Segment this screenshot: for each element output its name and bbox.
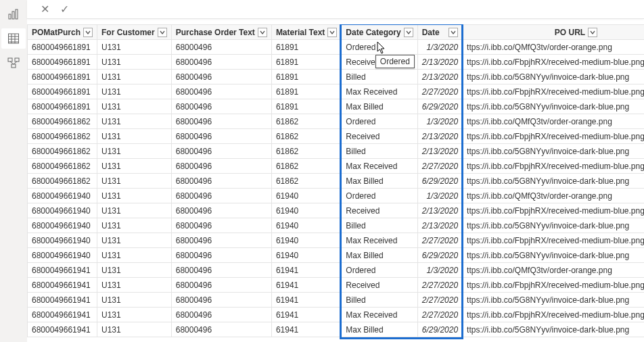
cell-po[interactable]: 68000496 xyxy=(171,233,271,248)
table-row[interactable]: 6800049661940U1316800049661940Received2/… xyxy=(28,203,645,218)
column-header-cust[interactable]: For Customer xyxy=(97,25,172,40)
cell-date[interactable]: 1/3/2020 xyxy=(417,40,462,55)
cell-url[interactable]: ttps://i.ibb.co/5G8NYyv/invoice-dark-blu… xyxy=(463,293,644,308)
filter-dropdown-button[interactable] xyxy=(448,28,458,37)
cell-pomat[interactable]: 6800049661940 xyxy=(28,248,97,263)
cell-pomat[interactable]: 6800049661940 xyxy=(28,203,97,218)
cell-cust[interactable]: U131 xyxy=(97,189,172,203)
column-header-po[interactable]: Purchase Order Text xyxy=(171,25,271,40)
cell-url[interactable]: ttps://i.ibb.co/FbpjhRX/received-medium-… xyxy=(463,55,644,70)
cell-cat[interactable]: Max Billed xyxy=(342,99,417,114)
cell-cat[interactable]: Ordered xyxy=(342,114,417,129)
table-row[interactable]: 6800049661862U1316800049661862Max Receiv… xyxy=(28,159,645,174)
cell-cat[interactable]: Ordered xyxy=(342,263,417,278)
cell-pomat[interactable]: 6800049661941 xyxy=(28,278,97,293)
cell-mat[interactable]: 61891 xyxy=(271,70,341,84)
cell-mat[interactable]: 61940 xyxy=(271,248,341,263)
cell-cust[interactable]: U131 xyxy=(97,322,172,337)
filter-dropdown-button[interactable] xyxy=(327,28,337,37)
cell-cat[interactable]: Billed xyxy=(342,144,417,159)
table-row[interactable]: 6800049661862U1316800049661862Ordered1/3… xyxy=(28,114,645,129)
cell-pomat[interactable]: 6800049661891 xyxy=(28,70,97,84)
data-view-button[interactable] xyxy=(1,28,26,49)
table-row[interactable]: 6800049661862U1316800049661862Billed2/13… xyxy=(28,144,645,159)
cell-mat[interactable]: 61941 xyxy=(271,322,341,337)
cell-mat[interactable]: 61940 xyxy=(271,218,341,233)
table-row[interactable]: 6800049661891U1316800049661891Max Receiv… xyxy=(28,84,645,99)
cell-po[interactable]: 68000496 xyxy=(171,40,271,55)
cell-pomat[interactable]: 6800049661862 xyxy=(28,114,97,129)
filter-dropdown-button[interactable] xyxy=(158,28,167,37)
cell-cust[interactable]: U131 xyxy=(97,129,172,144)
cell-cust[interactable]: U131 xyxy=(97,55,172,70)
cell-cat[interactable]: Max Received xyxy=(342,159,417,174)
cell-po[interactable]: 68000496 xyxy=(171,70,271,84)
filter-dropdown-button[interactable] xyxy=(258,28,267,37)
cell-mat[interactable]: 61941 xyxy=(271,293,341,308)
table-row[interactable]: 6800049661941U1316800049661941Received2/… xyxy=(28,278,645,293)
table-row[interactable]: 6800049661891U1316800049661891Max Billed… xyxy=(28,99,645,114)
cell-cust[interactable]: U131 xyxy=(97,40,172,55)
cell-url[interactable]: ttps://i.ibb.co/FbpjhRX/received-medium-… xyxy=(463,233,644,248)
cell-cat[interactable]: Billed xyxy=(342,218,417,233)
cell-date[interactable]: 2/27/2020 xyxy=(417,278,462,293)
table-row[interactable]: 6800049661941U1316800049661941Ordered1/3… xyxy=(28,263,645,278)
cell-po[interactable]: 68000496 xyxy=(171,278,271,293)
cell-cat[interactable]: Received xyxy=(342,203,417,218)
cell-po[interactable]: 68000496 xyxy=(171,99,271,114)
table-row[interactable]: 6800049661941U1316800049661941Billed2/27… xyxy=(28,293,645,308)
cell-url[interactable]: ttps://i.ibb.co/5G8NYyv/invoice-dark-blu… xyxy=(463,174,644,189)
cell-url[interactable]: ttps://i.ibb.co/5G8NYyv/invoice-dark-blu… xyxy=(463,144,644,159)
cell-pomat[interactable]: 6800049661940 xyxy=(28,189,97,203)
table-row[interactable]: 6800049661940U1316800049661940Billed2/13… xyxy=(28,218,645,233)
table-row[interactable]: 6800049661891U1316800049661891Received2/… xyxy=(28,55,645,70)
cell-date[interactable]: 2/13/2020 xyxy=(417,144,462,159)
cell-pomat[interactable]: 6800049661941 xyxy=(28,308,97,322)
column-header-cat[interactable]: Date Category xyxy=(342,25,417,40)
cell-pomat[interactable]: 6800049661862 xyxy=(28,129,97,144)
cell-mat[interactable]: 61862 xyxy=(271,129,341,144)
cell-pomat[interactable]: 6800049661891 xyxy=(28,55,97,70)
cell-mat[interactable]: 61862 xyxy=(271,159,341,174)
cell-date[interactable]: 2/27/2020 xyxy=(417,308,462,322)
cell-po[interactable]: 68000496 xyxy=(171,129,271,144)
model-view-button[interactable] xyxy=(1,53,26,73)
cell-cust[interactable]: U131 xyxy=(97,84,172,99)
cell-mat[interactable]: 61940 xyxy=(271,203,341,218)
cell-po[interactable]: 68000496 xyxy=(171,218,271,233)
cell-pomat[interactable]: 6800049661891 xyxy=(28,99,97,114)
cell-cat[interactable]: Max Received xyxy=(342,233,417,248)
cell-po[interactable]: 68000496 xyxy=(171,308,271,322)
cell-mat[interactable]: 61891 xyxy=(271,40,341,55)
commit-formula-icon[interactable]: ✓ xyxy=(60,3,69,16)
cell-cat[interactable]: Billed xyxy=(342,293,417,308)
cell-url[interactable]: ttps://i.ibb.co/FbpjhRX/received-medium-… xyxy=(463,308,644,322)
report-view-button[interactable] xyxy=(1,4,26,24)
cell-url[interactable]: ttps://i.ibb.co/FbpjhRX/received-medium-… xyxy=(463,203,644,218)
cell-mat[interactable]: 61941 xyxy=(271,278,341,293)
table-row[interactable]: 6800049661941U1316800049661941Max Receiv… xyxy=(28,308,645,322)
cell-cat[interactable]: Ordered xyxy=(342,40,417,55)
cell-cust[interactable]: U131 xyxy=(97,293,172,308)
cell-date[interactable]: 6/29/2020 xyxy=(417,322,462,337)
cell-mat[interactable]: 61862 xyxy=(271,114,341,129)
cell-url[interactable]: ttps://i.ibb.co/FbpjhRX/received-medium-… xyxy=(463,278,644,293)
cell-cust[interactable]: U131 xyxy=(97,159,172,174)
cell-date[interactable]: 2/27/2020 xyxy=(417,159,462,174)
table-row[interactable]: 6800049661891U1316800049661891Ordered1/3… xyxy=(28,40,645,55)
cell-pomat[interactable]: 6800049661941 xyxy=(28,263,97,278)
cell-cust[interactable]: U131 xyxy=(97,233,172,248)
cell-cat[interactable]: Received xyxy=(342,129,417,144)
cell-cust[interactable]: U131 xyxy=(97,218,172,233)
cell-cat[interactable]: Ordered xyxy=(342,189,417,203)
cell-po[interactable]: 68000496 xyxy=(171,189,271,203)
cell-url[interactable]: ttps://i.ibb.co/FbpjhRX/received-medium-… xyxy=(463,84,644,99)
cell-cust[interactable]: U131 xyxy=(97,144,172,159)
column-header-pomat[interactable]: POMatPurch xyxy=(28,25,97,40)
cell-cust[interactable]: U131 xyxy=(97,263,172,278)
cell-mat[interactable]: 61941 xyxy=(271,263,341,278)
cell-mat[interactable]: 61862 xyxy=(271,174,341,189)
cell-pomat[interactable]: 6800049661862 xyxy=(28,159,97,174)
cell-cust[interactable]: U131 xyxy=(97,203,172,218)
cell-mat[interactable]: 61941 xyxy=(271,308,341,322)
